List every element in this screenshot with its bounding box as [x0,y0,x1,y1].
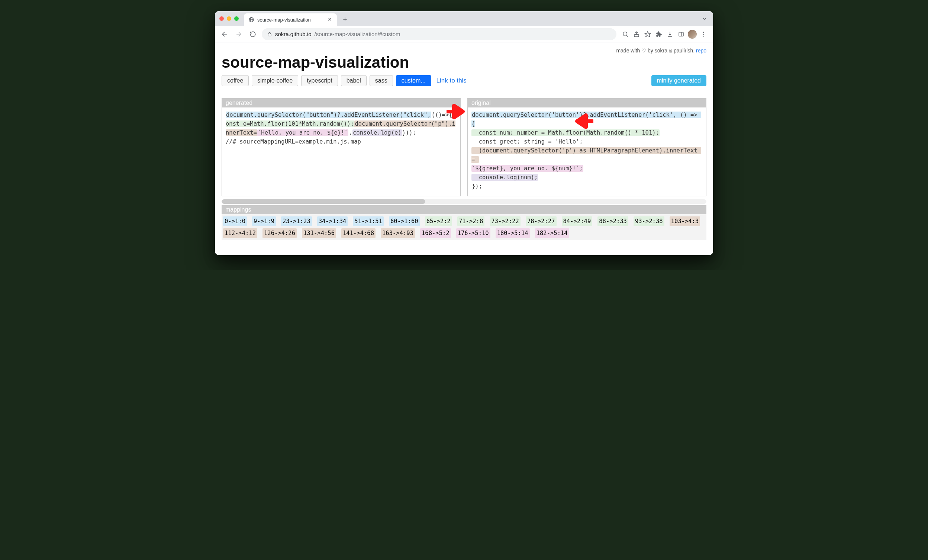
mapping-item[interactable]: 163->4:93 [381,228,415,238]
tab-coffee[interactable]: coffee [221,75,249,86]
mapping-item[interactable]: 168->5:2 [420,228,451,238]
mapping-item[interactable]: 65->2:2 [425,217,452,226]
mapping-item[interactable]: 180->5:14 [496,228,530,238]
browser-tab[interactable]: source-map-visualization [244,14,337,26]
mapping-item[interactable]: 9->1:9 [252,217,276,226]
mapping-item[interactable]: 176->5:10 [456,228,490,238]
mappings-header: mappings [221,205,707,214]
svg-line-11 [626,35,627,37]
reload-button[interactable] [247,29,258,40]
mapping-item[interactable]: 78->2:27 [526,217,557,226]
tab-title: source-map-visualization [257,17,311,23]
tabs-menu-button[interactable] [701,15,708,22]
generated-code[interactable]: document.querySelector("button")?.addEve… [222,107,460,151]
code-panes: generated document.querySelector("button… [215,89,713,196]
mapping-item[interactable]: 60->1:60 [389,217,420,226]
lock-icon [267,32,272,37]
svg-marker-13 [645,31,651,37]
mapping-item[interactable]: 112->4:12 [223,228,257,238]
url-path: /source-map-visualization/#custom [314,31,400,37]
globe-icon [248,17,254,23]
tab-simple-coffee[interactable]: simple-coffee [252,75,298,86]
generated-pane: generated document.querySelector("button… [221,98,461,196]
mappings-list[interactable]: 0->1:09->1:923->1:2334->1:3451->1:5160->… [221,214,707,240]
svg-point-17 [703,32,704,33]
share-icon[interactable] [631,29,642,40]
mapping-item[interactable]: 88->2:33 [597,217,628,226]
back-button[interactable] [219,29,230,40]
download-icon[interactable] [665,29,675,40]
mapping-item[interactable]: 103->4:3 [670,217,701,226]
window-controls [219,11,239,26]
mapping-item[interactable]: 51->1:51 [353,217,384,226]
mappings-pane: mappings 0->1:09->1:923->1:2334->1:3451-… [221,205,707,240]
svg-rect-9 [268,34,271,36]
scrollbar-thumb[interactable] [221,199,425,204]
original-header: original [468,99,706,107]
mapping-item[interactable]: 71->2:8 [457,217,484,226]
tab-custom[interactable]: custom... [396,75,431,86]
example-tabs: coffee simple-coffee typescript babel sa… [215,75,713,89]
tab-babel[interactable]: babel [341,75,366,86]
page-title: source-map-visualization [215,53,713,75]
window-close-button[interactable] [219,16,224,21]
mapping-item[interactable]: 93->2:38 [633,217,664,226]
heart-icon: ♡ [641,47,646,53]
window-minimize-button[interactable] [227,16,231,21]
link-to-this[interactable]: Link to this [437,77,467,84]
credit-line: made with ♡ by sokra & paulirish. repo [215,44,713,53]
mapping-item[interactable]: 141->4:68 [341,228,375,238]
svg-rect-15 [679,32,683,36]
svg-point-18 [703,34,704,35]
menu-button[interactable] [698,29,709,40]
minify-button[interactable]: minify generated [652,75,707,86]
horizontal-scrollbar[interactable] [221,199,707,204]
search-icon[interactable] [620,29,630,40]
url-host: sokra.github.io [275,31,311,37]
mapping-item[interactable]: 0->1:0 [223,217,247,226]
profile-avatar[interactable] [687,29,698,40]
address-bar[interactable]: sokra.github.io/source-map-visualization… [262,28,617,40]
browser-toolbar: sokra.github.io/source-map-visualization… [215,26,713,43]
window-maximize-button[interactable] [234,16,239,21]
mapping-item[interactable]: 126->4:26 [263,228,297,238]
bookmark-icon[interactable] [643,29,653,40]
repo-link[interactable]: repo [696,47,707,53]
tab-sass[interactable]: sass [369,75,393,86]
generated-header: generated [222,99,460,107]
tab-strip: source-map-visualization [215,11,713,26]
mapping-item[interactable]: 182->5:14 [535,228,569,238]
sidepanel-icon[interactable] [676,29,686,40]
mapping-item[interactable]: 131->4:56 [302,228,336,238]
tab-typescript[interactable]: typescript [301,75,337,86]
svg-point-10 [623,32,627,36]
original-code[interactable]: document.querySelector('button')?.addEve… [468,107,706,196]
mapping-item[interactable]: 23->1:23 [281,217,312,226]
extensions-icon[interactable] [653,29,664,40]
forward-button[interactable] [234,29,244,40]
toolbar-right [620,29,709,40]
page-content: made with ♡ by sokra & paulirish. repo s… [215,43,713,255]
original-pane: original document.querySelector('button'… [467,98,707,196]
mapping-item[interactable]: 84->2:49 [562,217,593,226]
svg-point-19 [703,35,704,37]
mapping-item[interactable]: 34->1:34 [317,217,348,226]
close-tab-button[interactable] [327,17,333,23]
browser-window: source-map-visualization sokra.github.io… [215,11,713,255]
mapping-item[interactable]: 73->2:22 [490,217,520,226]
new-tab-button[interactable] [340,14,350,24]
